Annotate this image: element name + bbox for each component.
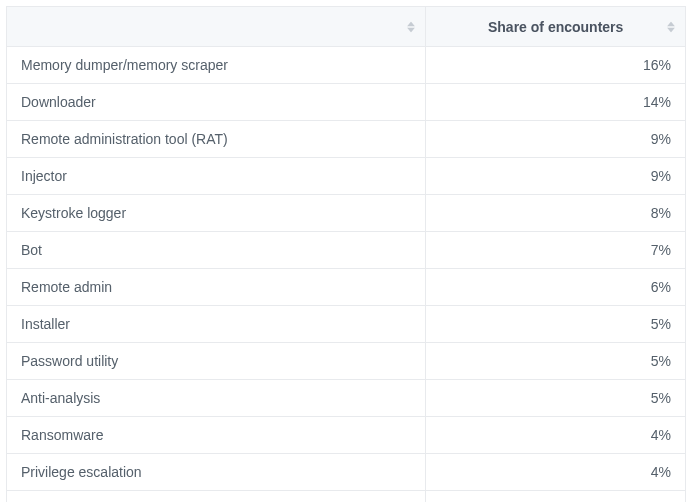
cell-name: Memory dumper/memory scraper xyxy=(7,47,426,84)
cell-value: 9% xyxy=(426,121,686,158)
table-row: Injector9% xyxy=(7,158,686,195)
cell-value: 9% xyxy=(426,158,686,195)
table-row: Bot7% xyxy=(7,232,686,269)
table-row: Ransomware4% xyxy=(7,417,686,454)
cell-name: Anti-analysis xyxy=(7,380,426,417)
cell-value: 5% xyxy=(426,380,686,417)
table-row: Anti-analysis5% xyxy=(7,380,686,417)
share-table: Share of encounters Memory dumper/memory… xyxy=(6,6,686,502)
table-row: Downloader14% xyxy=(7,84,686,121)
table-row: Installer5% xyxy=(7,306,686,343)
cell-name: Reverse shell xyxy=(7,491,426,503)
cell-name: Bot xyxy=(7,232,426,269)
cell-name: Keystroke logger xyxy=(7,195,426,232)
table-header-row: Share of encounters xyxy=(7,7,686,47)
table-row: Memory dumper/memory scraper16% xyxy=(7,47,686,84)
sort-icon[interactable] xyxy=(407,21,415,32)
svg-marker-2 xyxy=(667,21,675,26)
cell-value: 8% xyxy=(426,195,686,232)
cell-value: 4% xyxy=(426,454,686,491)
table-row: Remote administration tool (RAT)9% xyxy=(7,121,686,158)
column-header-share[interactable]: Share of encounters xyxy=(426,7,686,47)
svg-marker-3 xyxy=(667,27,675,32)
cell-value: 7% xyxy=(426,232,686,269)
cell-value: 16% xyxy=(426,47,686,84)
table-row: Remote admin6% xyxy=(7,269,686,306)
cell-name: Downloader xyxy=(7,84,426,121)
cell-name: Injector xyxy=(7,158,426,195)
table-row: Keystroke logger8% xyxy=(7,195,686,232)
cell-name: Ransomware xyxy=(7,417,426,454)
table-body: Memory dumper/memory scraper16% Download… xyxy=(7,47,686,503)
column-header-share-label: Share of encounters xyxy=(488,19,623,35)
column-header-name[interactable] xyxy=(7,7,426,47)
table-row: Reverse shell4% xyxy=(7,491,686,503)
cell-name: Installer xyxy=(7,306,426,343)
sort-icon[interactable] xyxy=(667,21,675,32)
cell-value: 14% xyxy=(426,84,686,121)
svg-marker-1 xyxy=(407,27,415,32)
cell-name: Password utility xyxy=(7,343,426,380)
cell-value: 5% xyxy=(426,306,686,343)
cell-name: Remote administration tool (RAT) xyxy=(7,121,426,158)
table-row: Password utility5% xyxy=(7,343,686,380)
cell-name: Privilege escalation xyxy=(7,454,426,491)
cell-value: 4% xyxy=(426,491,686,503)
cell-value: 6% xyxy=(426,269,686,306)
cell-name: Remote admin xyxy=(7,269,426,306)
cell-value: 4% xyxy=(426,417,686,454)
svg-marker-0 xyxy=(407,21,415,26)
cell-value: 5% xyxy=(426,343,686,380)
table-row: Privilege escalation4% xyxy=(7,454,686,491)
